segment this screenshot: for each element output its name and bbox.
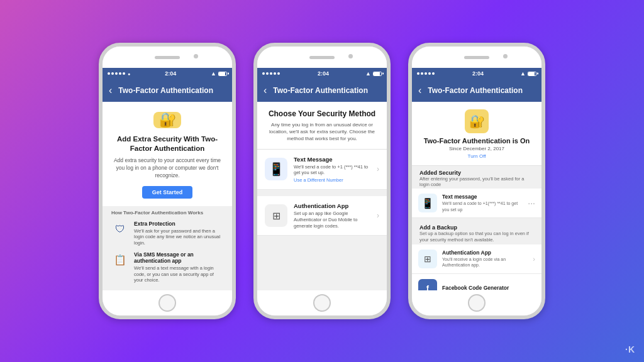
home-button-1[interactable]	[158, 294, 176, 312]
backup-fb-codegen-row[interactable]: f Facebook Code Generator	[412, 274, 541, 291]
add-backup-header: Add a Backup Set up a backup option so t…	[412, 221, 541, 244]
feature-item-1: 🛡 Extra Protection We'll ask for your pa…	[111, 221, 223, 246]
battery-fill-1	[219, 72, 225, 75]
back-button-2[interactable]: ‹	[264, 85, 267, 96]
battery-icon-3	[528, 72, 536, 76]
backup-auth-app-icon: ⊞	[418, 250, 437, 268]
chevron-right-icon-1: ›	[377, 165, 379, 173]
status-bar-3: 2:04 ▲	[412, 68, 541, 79]
screen-2: Choose Your Security Method Any time you…	[257, 102, 387, 290]
feature-title-1: Extra Protection	[134, 221, 223, 227]
feature-desc-2: We'll send a text message with a login c…	[134, 265, 223, 283]
backup-fb-icon: f	[418, 279, 437, 291]
option-desc-1: We'll send a code to +1 (***) **41 to ge…	[294, 164, 370, 177]
backup-auth-app-desc: You'll receive a login code via an Authe…	[442, 256, 528, 268]
sms-icon: 📋	[111, 251, 129, 269]
add-backup-desc: Set up a backup option so that you can l…	[419, 231, 534, 243]
wifi-icon-1: ▲	[211, 70, 216, 77]
app-header-1: ‹ Two-Factor Authentication	[103, 79, 232, 102]
signal-dot	[108, 72, 110, 75]
p2-intro: Choose Your Security Method Any time you…	[257, 102, 387, 150]
p3-section: Added Security After entering your passw…	[412, 166, 541, 290]
wifi-icon-2: ▲	[365, 70, 371, 77]
battery-icon-2	[373, 72, 382, 76]
back-button-3[interactable]: ‹	[418, 85, 421, 96]
backup-auth-app-row[interactable]: ⊞ Authentication App You'll receive a lo…	[412, 244, 541, 274]
active-method-desc: We'll send a code to +1(***) **41 to get…	[442, 200, 523, 212]
option-desc-2: Set up an app like Google Authenticator …	[294, 211, 370, 229]
turn-off-link[interactable]: Turn Off	[468, 153, 486, 159]
top-bezel-2	[257, 47, 387, 68]
header-title-3: Two-Factor Authentication	[425, 86, 525, 95]
home-button-2[interactable]	[313, 294, 331, 312]
signal-dot	[111, 72, 114, 75]
active-method-title: Text message	[442, 194, 523, 200]
added-security-desc: After entering your password, you'll be …	[419, 176, 534, 187]
phone-1: ● 2:04 ▲ ‹ Two-Factor Authentication Add…	[99, 43, 236, 319]
phone-3: 2:04 ▲ ‹ Two-Factor Authentication 🔐 Two…	[408, 43, 545, 319]
text-message-icon: 📱	[265, 158, 287, 180]
time-display-1: 2:04	[165, 70, 176, 77]
shield-icon: 🛡	[111, 221, 129, 238]
bottom-bezel-3	[412, 290, 541, 315]
p3-date-label: Since December 2, 2017	[449, 146, 504, 151]
bottom-bezel-2	[257, 290, 387, 315]
top-bezel-3	[412, 47, 541, 68]
p2-main-desc: Any time you log in from an unusual devi…	[267, 121, 377, 143]
get-started-button[interactable]: Get Started	[142, 186, 193, 199]
wifi-icon-3: ▲	[520, 70, 526, 77]
back-button-1[interactable]: ‹	[109, 85, 112, 96]
p3-main-title: Two-Factor Authentication is On	[424, 137, 530, 145]
p1-main-title: Add Extra Security With Two-Factor Authe…	[111, 134, 223, 153]
home-button-3[interactable]	[468, 294, 486, 312]
add-backup-title: Add a Backup	[419, 224, 534, 231]
lock-icon-1	[153, 112, 181, 128]
added-security-title: Added Security	[419, 170, 534, 176]
active-method-row[interactable]: 📱 Text message We'll send a code to +1(*…	[412, 189, 541, 218]
feature-item-2: 📋 Via SMS Message or an authentication a…	[111, 251, 223, 283]
signal-dot	[123, 72, 125, 75]
watermark: ·K	[625, 344, 635, 354]
phone-2: 2:04 ▲ ‹ Two-Factor Authentication Choos…	[253, 43, 391, 319]
signal-dot	[115, 72, 118, 75]
feature-title-2: Via SMS Message or an authentication app	[134, 251, 223, 264]
auth-app-icon: ⊞	[265, 204, 287, 227]
how-works-title: How Two-Factor Authentication Works	[111, 210, 223, 216]
bottom-bezel-1	[103, 290, 232, 315]
backup-fb-title: Facebook Code Generator	[442, 285, 535, 290]
phone3-content: 🔐 Two-Factor Authentication is On Since …	[412, 102, 541, 290]
more-options-icon[interactable]: ···	[528, 198, 535, 208]
chevron-right-icon-3: ›	[533, 255, 535, 263]
header-title-1: Two-Factor Authentication	[116, 86, 216, 95]
p2-main-title: Choose Your Security Method	[267, 109, 377, 118]
app-header-3: ‹ Two-Factor Authentication	[412, 79, 541, 102]
speaker-3	[464, 56, 489, 59]
chevron-right-icon-2: ›	[377, 211, 379, 220]
p2-options: 📱 Text Message We'll send a code to +1 (…	[257, 150, 387, 290]
time-display-3: 2:04	[472, 70, 484, 77]
added-security-header: Added Security After entering your passw…	[412, 166, 541, 189]
lock-icon-3: 🔐	[465, 109, 489, 133]
time-display-2: 2:04	[318, 70, 329, 77]
backup-auth-app-title: Authentication App	[442, 250, 528, 256]
top-bezel-1	[103, 47, 232, 68]
feature-desc-1: We'll ask for your password and then a l…	[134, 228, 223, 246]
camera-2	[348, 54, 353, 58]
screen-3: 🔐 Two-Factor Authentication is On Since …	[412, 102, 541, 290]
camera-3	[503, 54, 508, 58]
speaker-1	[155, 56, 180, 59]
active-method-icon: 📱	[418, 194, 437, 212]
option-title-1: Text Message	[294, 156, 370, 163]
option-text-message[interactable]: 📱 Text Message We'll send a code to +1 (…	[257, 150, 387, 190]
phone2-content: Choose Your Security Method Any time you…	[257, 102, 387, 290]
how-works-section: How Two-Factor Authentication Works 🛡 Ex…	[103, 206, 232, 290]
header-title-2: Two-Factor Authentication	[270, 86, 370, 95]
screen-1: Add Extra Security With Two-Factor Authe…	[103, 102, 232, 290]
p1-description: Add extra security to your account every…	[111, 157, 223, 180]
different-number-link[interactable]: Use a Different Number	[294, 177, 370, 183]
status-bar-2: 2:04 ▲	[257, 68, 387, 79]
option-auth-app[interactable]: ⊞ Authentication App Set up an app like …	[257, 196, 387, 236]
speaker-2	[309, 56, 335, 59]
phone1-content: Add Extra Security With Two-Factor Authe…	[103, 102, 232, 290]
battery-icon-1	[218, 72, 227, 76]
